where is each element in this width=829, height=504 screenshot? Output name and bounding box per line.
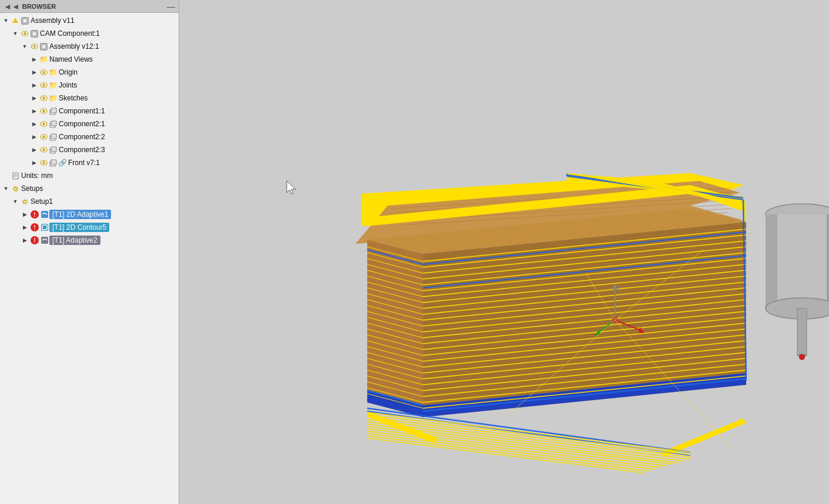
arrow-named-views[interactable]	[29, 56, 39, 62]
viewport[interactable]: Z	[179, 0, 829, 504]
eye-icon-origin	[39, 69, 48, 75]
eye-icon-cam	[20, 31, 29, 36]
arrow-assembly-v11[interactable]	[1, 18, 11, 23]
arrow-joints[interactable]	[29, 82, 39, 88]
box-icon-comp2-2	[48, 133, 58, 141]
eye-icon-v12	[29, 43, 39, 49]
box-icon-comp1	[48, 107, 58, 115]
op-icon-adaptive2	[40, 236, 49, 244]
svg-point-30	[42, 149, 45, 151]
svg-point-211	[799, 354, 805, 360]
eye-icon-joints	[39, 82, 48, 88]
folder-icon-named-views: 📁	[39, 55, 48, 63]
arrow-component2-1[interactable]	[29, 121, 39, 127]
label-setup1: Setup1	[29, 197, 53, 206]
eye-icon-sketches	[39, 95, 48, 101]
tree-item-joints[interactable]: 📁 Joints	[0, 79, 179, 92]
label-component2-1: Component2:1	[58, 120, 105, 128]
eye-icon-comp2-3	[39, 147, 48, 153]
tree-item-front-v7[interactable]: 🔗 Front v7:1	[0, 156, 179, 169]
label-front-v7: Front v7:1	[67, 159, 100, 167]
tree-item-origin[interactable]: 📁 Origin	[0, 66, 179, 79]
label-units: Units: mm	[20, 172, 53, 180]
sidebar-header: ◄◄ BROWSER —	[0, 0, 179, 13]
svg-text:Z: Z	[618, 285, 622, 292]
browser-title: BROWSER	[22, 3, 165, 10]
svg-point-12	[42, 71, 45, 73]
tree-item-contour5[interactable]: ! [T1] 2D Contour5	[0, 221, 179, 234]
gear-icon-setup1	[20, 198, 29, 206]
eye-icon-front	[39, 160, 48, 166]
tree-item-component1-1[interactable]: Component1:1	[0, 105, 179, 117]
arrow-component1-1[interactable]	[29, 108, 39, 114]
label-component2-2: Component2:2	[58, 133, 105, 141]
eye-icon-comp2-1	[39, 121, 48, 127]
arrow-origin[interactable]	[29, 69, 39, 75]
label-cam-component: CAM Component:1	[39, 29, 100, 38]
arrow-adaptive2[interactable]	[20, 237, 29, 243]
tree-item-sketches[interactable]: 📁 Sketches	[0, 92, 179, 105]
svg-rect-6	[32, 32, 36, 36]
svg-rect-36	[51, 160, 56, 164]
folder-icon-joints: 📁	[48, 81, 58, 89]
arrow-component2-2[interactable]	[29, 134, 39, 140]
arrow-sketches[interactable]	[29, 95, 39, 101]
tree-item-setups[interactable]: Setups	[0, 182, 179, 195]
svg-rect-28	[51, 134, 56, 139]
arrow-setups[interactable]	[1, 186, 11, 191]
tree-item-adaptive1[interactable]: ! [T1] 2D Adaptive1	[0, 208, 179, 221]
svg-rect-209	[797, 308, 807, 355]
svg-point-26	[42, 136, 45, 138]
arrow-component2-3[interactable]	[29, 147, 39, 153]
error-icon-adaptive2: !	[31, 236, 39, 244]
scene-3d: Z	[179, 0, 829, 504]
svg-rect-2	[23, 19, 27, 23]
tree-item-named-views[interactable]: 📁 Named Views	[0, 53, 179, 66]
svg-rect-48	[41, 237, 48, 244]
tree-item-component2-3[interactable]: Component2:3	[0, 143, 179, 156]
svg-point-18	[42, 110, 45, 112]
label-assembly-v12: Assembly v12:1	[48, 42, 99, 51]
svg-point-34	[42, 162, 45, 164]
svg-rect-206	[766, 214, 777, 308]
op-icon-contour5	[40, 223, 49, 231]
folder-icon-sketches: 📁	[48, 94, 58, 102]
collapse-browser-btn[interactable]: ◄◄	[4, 2, 20, 11]
tree-item-assembly-v12[interactable]: Assembly v12:1	[0, 40, 179, 53]
label-sketches: Sketches	[58, 94, 88, 102]
svg-rect-32	[51, 147, 56, 152]
tree-item-cam-component[interactable]: CAM Component:1	[0, 27, 179, 40]
arrow-assembly-v12[interactable]	[20, 43, 29, 49]
svg-point-4	[24, 32, 26, 35]
svg-rect-207	[827, 214, 829, 308]
error-icon-contour5: !	[31, 223, 39, 231]
arrow-cam-component[interactable]	[11, 31, 20, 36]
component-icon-cam	[29, 30, 39, 38]
tree-item-component2-1[interactable]: Component2:1	[0, 117, 179, 130]
svg-point-22	[42, 123, 45, 125]
eye-icon-comp2-2	[39, 134, 48, 140]
arrow-setup1[interactable]	[11, 199, 20, 204]
svg-point-8	[33, 45, 35, 48]
tree-item-setup1[interactable]: Setup1	[0, 195, 179, 208]
close-browser-btn[interactable]: —	[167, 2, 175, 11]
label-origin: Origin	[58, 68, 78, 76]
tree-item-adaptive2[interactable]: ! [T1] Adaptive2	[0, 234, 179, 247]
label-component2-3: Component2:3	[58, 146, 105, 154]
label-assembly-v11: Assembly v11	[29, 16, 75, 25]
arrow-contour5[interactable]	[20, 224, 29, 230]
tree-item-component2-2[interactable]: Component2:2	[0, 130, 179, 143]
arrow-adaptive1[interactable]	[20, 211, 29, 217]
svg-marker-0	[12, 18, 18, 23]
label-contour5: [T1] 2D Contour5	[49, 223, 109, 232]
svg-rect-10	[42, 45, 46, 49]
sidebar: ◄◄ BROWSER — Assembly v11	[0, 0, 179, 504]
arrow-front-v7[interactable]	[29, 160, 39, 166]
link-icon-front: 🔗	[58, 159, 67, 167]
svg-rect-20	[51, 108, 56, 113]
label-setups: Setups	[20, 184, 43, 193]
label-joints: Joints	[58, 81, 77, 89]
component-icon	[20, 17, 29, 25]
box-icon-comp2-3	[48, 146, 58, 154]
tree-item-assembly-v11[interactable]: Assembly v11	[0, 14, 179, 27]
